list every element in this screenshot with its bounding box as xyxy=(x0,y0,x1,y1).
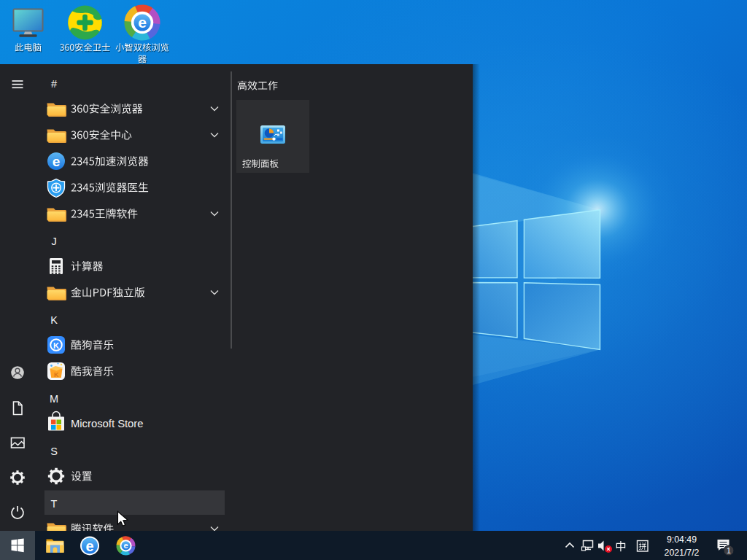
svg-text:e: e xyxy=(123,541,128,550)
svg-text:K: K xyxy=(53,341,59,350)
svg-text:Microsoft Store: Microsoft Store xyxy=(71,418,144,429)
svg-text:2021/7/2: 2021/7/2 xyxy=(665,548,700,558)
svg-text:9:04:49: 9:04:49 xyxy=(667,534,697,545)
svg-text:1: 1 xyxy=(727,546,731,555)
svg-text:e: e xyxy=(85,538,93,554)
svg-text:T: T xyxy=(51,498,58,510)
svg-text:K: K xyxy=(50,314,58,326)
svg-text:#: # xyxy=(51,78,57,90)
svg-text:e: e xyxy=(138,14,147,31)
svg-text:S: S xyxy=(50,446,58,457)
svg-text:K: K xyxy=(54,371,59,378)
svg-text:M: M xyxy=(50,393,58,405)
svg-text:e: e xyxy=(53,154,61,169)
svg-text:J: J xyxy=(51,236,56,247)
